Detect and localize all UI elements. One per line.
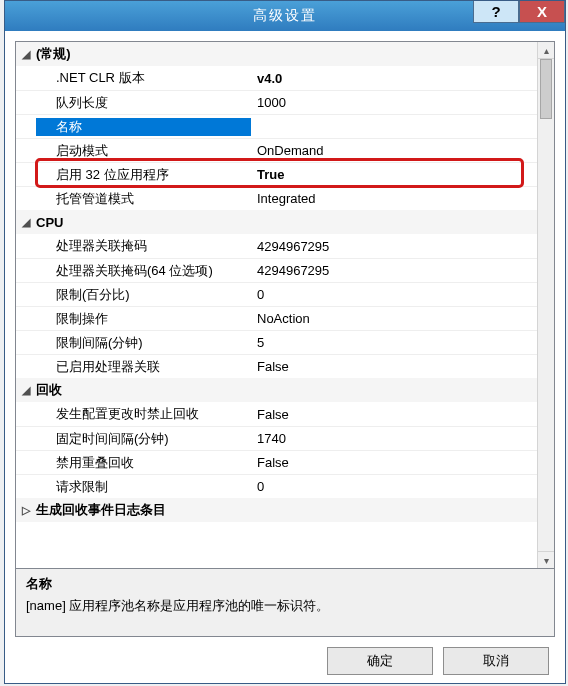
prop-value: 0 bbox=[251, 287, 537, 302]
prop-no-recycle-config[interactable]: 发生配置更改时禁止回收 False bbox=[16, 402, 537, 426]
prop-clr-version[interactable]: .NET CLR 版本 v4.0 bbox=[16, 66, 537, 90]
scroll-up-icon[interactable]: ▴ bbox=[538, 42, 554, 59]
category-general[interactable]: ◢ (常规) bbox=[16, 42, 537, 66]
vertical-scrollbar[interactable]: ▴ ▾ bbox=[537, 42, 554, 568]
category-gen-event[interactable]: ▷ 生成回收事件日志条目 bbox=[16, 498, 537, 522]
title-buttons: ? X bbox=[473, 1, 565, 23]
expand-icon[interactable]: ▷ bbox=[16, 504, 36, 517]
category-label: (常规) bbox=[36, 45, 71, 63]
prop-affinity-enabled[interactable]: 已启用处理器关联 False bbox=[16, 354, 537, 378]
prop-name-selected[interactable]: 名称 bbox=[16, 114, 537, 138]
description-pane: 名称 [name] 应用程序池名称是应用程序池的唯一标识符。 bbox=[15, 569, 555, 637]
prop-value: NoAction bbox=[251, 311, 537, 326]
prop-disable-overlap[interactable]: 禁用重叠回收 False bbox=[16, 450, 537, 474]
prop-label: 名称 bbox=[36, 118, 251, 136]
prop-limit-action[interactable]: 限制操作 NoAction bbox=[16, 306, 537, 330]
prop-affinity-mask[interactable]: 处理器关联掩码 4294967295 bbox=[16, 234, 537, 258]
prop-value: True bbox=[251, 167, 537, 182]
prop-label: 处理器关联掩码 bbox=[36, 237, 251, 255]
prop-label: 启用 32 位应用程序 bbox=[36, 166, 251, 184]
dialog-buttons: 确定 取消 bbox=[15, 637, 555, 677]
collapse-icon[interactable]: ◢ bbox=[16, 384, 36, 397]
category-label: CPU bbox=[36, 215, 63, 230]
prop-limit-interval[interactable]: 限制间隔(分钟) 5 bbox=[16, 330, 537, 354]
prop-label: 托管管道模式 bbox=[36, 190, 251, 208]
prop-value: Integrated bbox=[251, 191, 537, 206]
prop-label: 请求限制 bbox=[36, 478, 251, 496]
prop-request-limit[interactable]: 请求限制 0 bbox=[16, 474, 537, 498]
prop-value: OnDemand bbox=[251, 143, 537, 158]
scroll-thumb[interactable] bbox=[540, 59, 552, 119]
category-label: 生成回收事件日志条目 bbox=[36, 501, 166, 519]
prop-value: 4294967295 bbox=[251, 239, 537, 254]
prop-label: 限制操作 bbox=[36, 310, 251, 328]
prop-label: 固定时间间隔(分钟) bbox=[36, 430, 251, 448]
prop-label: 发生配置更改时禁止回收 bbox=[36, 405, 251, 423]
prop-label: .NET CLR 版本 bbox=[36, 69, 251, 87]
prop-value: 1740 bbox=[251, 431, 537, 446]
close-button[interactable]: X bbox=[519, 1, 565, 23]
dialog-content: ◢ (常规) .NET CLR 版本 v4.0 队列长度 1000 名称 bbox=[5, 31, 565, 683]
titlebar[interactable]: 高级设置 ? X bbox=[5, 1, 565, 31]
help-button[interactable]: ? bbox=[473, 1, 519, 23]
category-label: 回收 bbox=[36, 381, 62, 399]
property-grid: ◢ (常规) .NET CLR 版本 v4.0 队列长度 1000 名称 bbox=[15, 41, 555, 569]
prop-limit-percent[interactable]: 限制(百分比) 0 bbox=[16, 282, 537, 306]
prop-enable-32bit[interactable]: 启用 32 位应用程序 True bbox=[16, 162, 537, 186]
cancel-button[interactable]: 取消 bbox=[443, 647, 549, 675]
prop-label: 处理器关联掩码(64 位选项) bbox=[36, 262, 251, 280]
prop-fixed-interval[interactable]: 固定时间间隔(分钟) 1740 bbox=[16, 426, 537, 450]
advanced-settings-dialog: 高级设置 ? X ◢ (常规) .NET CLR 版本 v4.0 队列长度 bbox=[4, 0, 566, 684]
prop-label: 已启用处理器关联 bbox=[36, 358, 251, 376]
prop-value: False bbox=[251, 359, 537, 374]
prop-label: 禁用重叠回收 bbox=[36, 454, 251, 472]
prop-value: v4.0 bbox=[251, 71, 537, 86]
category-recycle[interactable]: ◢ 回收 bbox=[16, 378, 537, 402]
property-grid-rows: ◢ (常规) .NET CLR 版本 v4.0 队列长度 1000 名称 bbox=[16, 42, 537, 568]
prop-pipeline-mode[interactable]: 托管管道模式 Integrated bbox=[16, 186, 537, 210]
description-text: [name] 应用程序池名称是应用程序池的唯一标识符。 bbox=[26, 597, 544, 615]
prop-start-mode[interactable]: 启动模式 OnDemand bbox=[16, 138, 537, 162]
description-title: 名称 bbox=[26, 575, 544, 593]
prop-label: 队列长度 bbox=[36, 94, 251, 112]
prop-value: False bbox=[251, 407, 537, 422]
prop-value: 1000 bbox=[251, 95, 537, 110]
prop-label: 限制(百分比) bbox=[36, 286, 251, 304]
scroll-down-icon[interactable]: ▾ bbox=[538, 551, 554, 568]
prop-value: 5 bbox=[251, 335, 537, 350]
prop-value: False bbox=[251, 455, 537, 470]
prop-value: 0 bbox=[251, 479, 537, 494]
ok-button[interactable]: 确定 bbox=[327, 647, 433, 675]
collapse-icon[interactable]: ◢ bbox=[16, 216, 36, 229]
prop-queue-length[interactable]: 队列长度 1000 bbox=[16, 90, 537, 114]
prop-label: 限制间隔(分钟) bbox=[36, 334, 251, 352]
prop-value: 4294967295 bbox=[251, 263, 537, 278]
category-cpu[interactable]: ◢ CPU bbox=[16, 210, 537, 234]
collapse-icon[interactable]: ◢ bbox=[16, 48, 36, 61]
prop-label: 启动模式 bbox=[36, 142, 251, 160]
prop-affinity-mask-64[interactable]: 处理器关联掩码(64 位选项) 4294967295 bbox=[16, 258, 537, 282]
